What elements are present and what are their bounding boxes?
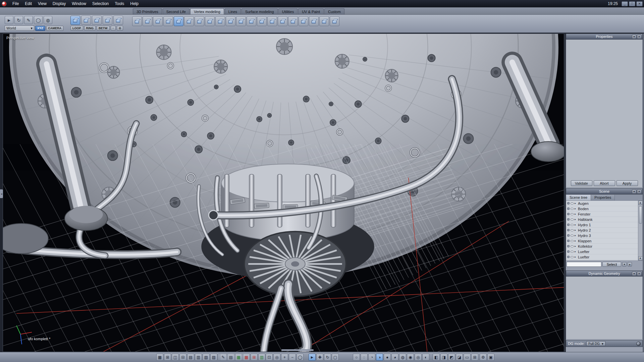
hidden-line-shading-icon[interactable]: ◌	[361, 354, 368, 361]
expander-arrow-icon[interactable]: ▸	[575, 255, 577, 258]
ribbon-tab[interactable]: Second Life	[163, 8, 190, 14]
expander-arrow-icon[interactable]: ▸	[575, 218, 577, 221]
ribbon-tab[interactable]: 3D Primitives	[133, 8, 162, 14]
menu-item[interactable]: Selection	[89, 0, 112, 7]
layout-split-v-icon[interactable]: ◫	[172, 354, 179, 361]
edge-mode-icon[interactable]	[81, 16, 91, 25]
zoom-in-icon[interactable]: +	[281, 354, 288, 361]
scene-tree-item[interactable]: ▸ Fenster	[566, 212, 638, 217]
select-manipulator-icon[interactable]: ►	[309, 354, 316, 361]
visibility-eye-icon[interactable]	[571, 235, 574, 237]
expander-arrow-icon[interactable]: ▸	[575, 245, 577, 248]
top-view-icon[interactable]: ◨	[440, 354, 447, 361]
scene-tree-item[interactable]: ▸ Hydro 3	[566, 233, 638, 238]
fit-view-icon[interactable]: ⊡	[266, 354, 273, 361]
target-selection-icon[interactable]: ⊙	[117, 26, 123, 31]
layout-split-h-icon[interactable]: ⊟	[179, 354, 186, 361]
layout-grid-icon[interactable]: ⊞	[164, 354, 171, 361]
select-option-up-icon[interactable]: ▴	[628, 262, 632, 266]
flat-shading-icon[interactable]: ◔	[368, 354, 375, 361]
ortho-view-icon[interactable]: ▭	[464, 354, 471, 361]
scene-tree-item[interactable]: ▸ Hydro 1	[566, 222, 638, 228]
area-select-tool-icon[interactable]: ◯	[34, 16, 43, 24]
smooth-icon[interactable]	[163, 16, 173, 26]
layout-quad-icon[interactable]: ▦	[156, 354, 163, 361]
extrude-face-icon[interactable]	[132, 16, 142, 26]
vertex-mode-icon[interactable]	[70, 16, 80, 25]
edit-grid-icon[interactable]: ✎	[220, 354, 227, 361]
visibility-eye-icon[interactable]	[571, 224, 574, 226]
sweep-icon[interactable]	[153, 16, 163, 26]
visibility-eye-icon[interactable]	[571, 229, 574, 231]
dg-collapse-icon[interactable]: ▾	[632, 272, 636, 276]
left-panel-collapse-arrow[interactable]: ◂	[0, 189, 3, 198]
menu-item[interactable]: Window	[69, 0, 89, 7]
zoom-out-icon[interactable]: −	[289, 354, 296, 361]
between-button[interactable]: BETW	[97, 26, 110, 31]
ribbon-tab[interactable]: Surface modeling	[241, 8, 278, 14]
scene-tree-item[interactable]: ▸ Luefter	[566, 254, 638, 260]
lock-icon[interactable]	[567, 256, 570, 258]
scene-tree-item[interactable]: ▸ Boden	[566, 206, 638, 212]
visibility-eye-icon[interactable]	[571, 251, 574, 253]
lock-icon[interactable]	[567, 218, 570, 221]
boolean-icon[interactable]	[278, 16, 287, 26]
scene-panel-tab[interactable]: Properties	[591, 195, 615, 200]
layout-diag-right-icon[interactable]: ▨	[210, 354, 217, 361]
tessellate-icon[interactable]	[215, 16, 225, 26]
menu-item[interactable]: Tools	[112, 0, 127, 7]
dg-mode-dropdown[interactable]: Full DG ▾	[586, 341, 605, 346]
menu-item[interactable]: Edit	[22, 0, 35, 7]
layout-diag-left-icon[interactable]: ▧	[203, 354, 210, 361]
frame-view-icon[interactable]: ⊞	[471, 354, 478, 361]
minimize-button[interactable]: _	[622, 1, 628, 6]
ring-button[interactable]: RING	[84, 26, 96, 31]
ring-cut-icon[interactable]	[236, 16, 246, 26]
auto-mode-icon[interactable]	[113, 16, 123, 25]
layout-cols-icon[interactable]: ▥	[195, 354, 202, 361]
move-manipulator-icon[interactable]: ✚	[316, 354, 323, 361]
dg-sphere-toggle-icon[interactable]	[636, 342, 641, 346]
scene-scrollbar[interactable]: ▲ ▼	[638, 201, 642, 260]
thickness-icon[interactable]	[267, 16, 277, 26]
zoom-selection-icon[interactable]: ◎	[273, 354, 280, 361]
rotate-manipulator-icon[interactable]: ↻	[324, 354, 331, 361]
select-option-down-icon[interactable]: ▾	[622, 262, 627, 266]
apply-button[interactable]: Apply	[616, 180, 638, 186]
layout-rows-icon[interactable]: ▤	[187, 354, 194, 361]
loop-button[interactable]: LOOP	[70, 26, 83, 31]
scene-panel-tab[interactable]: Scene tree	[566, 195, 591, 200]
visibility-eye-icon[interactable]	[571, 208, 574, 210]
mirror-icon[interactable]	[247, 16, 256, 26]
render-settings-icon[interactable]: ⚙	[480, 354, 487, 361]
lathe-icon[interactable]	[288, 16, 298, 26]
transparent-shading-icon[interactable]: ◎	[415, 354, 422, 361]
menu-item[interactable]: Help	[127, 0, 142, 7]
taper-icon[interactable]	[299, 16, 308, 26]
lock-icon[interactable]	[567, 240, 570, 242]
world-space-dropdown[interactable]: World ▾	[5, 25, 34, 31]
expander-arrow-icon[interactable]: ▸	[575, 234, 577, 237]
smooth-shading-icon[interactable]: ●	[384, 354, 391, 361]
maximize-button[interactable]: □	[629, 1, 635, 6]
visibility-eye-icon[interactable]	[571, 256, 574, 258]
face-mode-icon[interactable]	[92, 16, 102, 25]
front-view-icon[interactable]: ◩	[448, 354, 455, 361]
symmetry-icon[interactable]	[257, 16, 267, 26]
bevel-icon[interactable]	[184, 16, 194, 26]
weld-icon[interactable]	[205, 16, 215, 26]
viewport-scrollbar[interactable]	[281, 349, 314, 351]
visibility-eye-icon[interactable]	[571, 213, 574, 215]
menu-item[interactable]: File	[9, 0, 22, 7]
paint-select-tool-icon[interactable]: ✎	[24, 16, 33, 24]
dg-close-icon[interactable]: ✕	[637, 272, 641, 276]
expander-arrow-icon[interactable]: ▸	[575, 223, 577, 226]
tweak-icon[interactable]	[174, 16, 183, 26]
expander-arrow-icon[interactable]: ▸	[575, 213, 577, 216]
close-button[interactable]: ✕	[636, 1, 643, 6]
ruler-icon[interactable]: ▤	[227, 354, 234, 361]
scene-close-icon[interactable]: ✕	[637, 189, 641, 194]
lock-icon[interactable]	[567, 202, 570, 204]
scene-panel-header[interactable]: Scene ▾ ✕	[566, 188, 643, 194]
lock-icon[interactable]	[567, 224, 570, 226]
